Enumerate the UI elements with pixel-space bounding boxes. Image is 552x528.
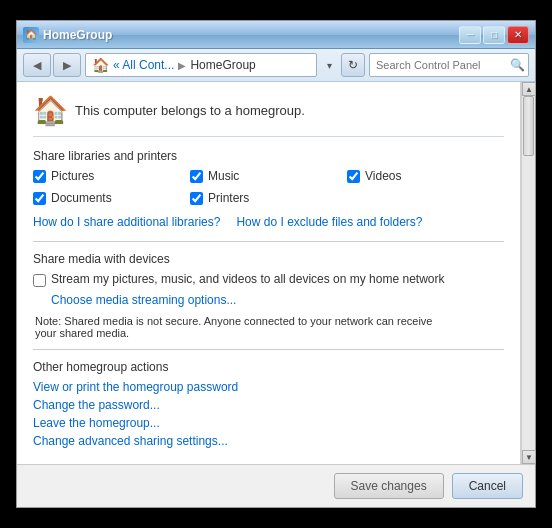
videos-checkbox[interactable] — [347, 170, 360, 183]
printers-checkbox[interactable] — [190, 192, 203, 205]
main-window: 🏠 HomeGroup ─ □ ✕ ◀ ▶ 🏠 « All Cont... ▶ … — [16, 20, 536, 508]
scroll-thumb[interactable] — [523, 96, 534, 156]
save-changes-button[interactable]: Save changes — [334, 473, 444, 499]
divider-1 — [33, 241, 504, 242]
window-icon: 🏠 — [23, 27, 39, 43]
main-content: 🏠 This computer belongs to a homegroup. … — [17, 82, 521, 464]
exclude-files-link[interactable]: How do I exclude files and folders? — [236, 215, 422, 229]
share-section-title: Share libraries and printers — [33, 149, 504, 163]
share-links: How do I share additional libraries? How… — [33, 215, 504, 229]
view-password-link[interactable]: View or print the homegroup password — [33, 380, 504, 394]
checkbox-pictures: Pictures — [33, 169, 190, 183]
media-streaming-link[interactable]: Choose media streaming options... — [51, 293, 236, 307]
share-section: Share libraries and printers Pictures Mu… — [33, 149, 504, 229]
back-button[interactable]: ◀ — [23, 53, 51, 77]
search-wrapper: 🔍 — [369, 53, 529, 77]
media-note: Note: Shared media is not secure. Anyone… — [33, 315, 504, 339]
breadcrumb-all-control-panel[interactable]: « All Cont... — [113, 58, 174, 72]
breadcrumb-bar: 🏠 « All Cont... ▶ HomeGroup — [85, 53, 317, 77]
leave-homegroup-link[interactable]: Leave the homegroup... — [33, 416, 504, 430]
homegroup-icon: 🏠 — [33, 94, 65, 126]
documents-checkbox[interactable] — [33, 192, 46, 205]
stream-label: Stream my pictures, music, and videos to… — [51, 272, 445, 286]
search-icon: 🔍 — [510, 58, 525, 72]
documents-label: Documents — [51, 191, 112, 205]
header-section: 🏠 This computer belongs to a homegroup. — [33, 94, 504, 137]
scroll-up-button[interactable]: ▲ — [522, 82, 536, 96]
scrollbar[interactable]: ▲ ▼ — [521, 82, 535, 464]
actions-section-title: Other homegroup actions — [33, 360, 504, 374]
breadcrumb-dropdown[interactable]: ▾ — [321, 53, 337, 77]
refresh-button[interactable]: ↻ — [341, 53, 365, 77]
change-password-link[interactable]: Change the password... — [33, 398, 504, 412]
title-buttons: ─ □ ✕ — [459, 26, 529, 44]
pictures-checkbox[interactable] — [33, 170, 46, 183]
forward-button[interactable]: ▶ — [53, 53, 81, 77]
actions-list: View or print the homegroup password Cha… — [33, 380, 504, 448]
refresh-icon: ↻ — [348, 58, 358, 72]
title-bar: 🏠 HomeGroup ─ □ ✕ — [17, 21, 535, 49]
media-section-title: Share media with devices — [33, 252, 504, 266]
close-button[interactable]: ✕ — [507, 26, 529, 44]
checkbox-videos: Videos — [347, 169, 504, 183]
scroll-down-button[interactable]: ▼ — [522, 450, 536, 464]
breadcrumb-icon: 🏠 — [92, 57, 109, 73]
header-text: This computer belongs to a homegroup. — [75, 103, 305, 118]
pictures-label: Pictures — [51, 169, 94, 183]
stream-options-link-wrapper: Choose media streaming options... — [33, 293, 504, 307]
checkbox-music: Music — [190, 169, 347, 183]
footer: Save changes Cancel — [17, 464, 535, 507]
window-title: HomeGroup — [43, 28, 112, 42]
media-section: Share media with devices Stream my pictu… — [33, 252, 504, 339]
videos-label: Videos — [365, 169, 401, 183]
back-icon: ◀ — [33, 59, 41, 72]
maximize-button[interactable]: □ — [483, 26, 505, 44]
cancel-button[interactable]: Cancel — [452, 473, 523, 499]
music-checkbox[interactable] — [190, 170, 203, 183]
content-area: 🏠 This computer belongs to a homegroup. … — [17, 82, 535, 464]
note-line1: Note: Shared media is not secure. Anyone… — [35, 315, 432, 327]
minimize-button[interactable]: ─ — [459, 26, 481, 44]
checkbox-grid: Pictures Music Videos Documents — [33, 169, 504, 205]
checkbox-printers: Printers — [190, 191, 347, 205]
forward-icon: ▶ — [63, 59, 71, 72]
scroll-track[interactable] — [522, 96, 535, 450]
advanced-sharing-link[interactable]: Change advanced sharing settings... — [33, 434, 504, 448]
checkbox-documents: Documents — [33, 191, 190, 205]
music-label: Music — [208, 169, 239, 183]
actions-section: Other homegroup actions View or print th… — [33, 360, 504, 448]
title-bar-left: 🏠 HomeGroup — [23, 27, 112, 43]
printers-label: Printers — [208, 191, 249, 205]
share-additional-libraries-link[interactable]: How do I share additional libraries? — [33, 215, 220, 229]
divider-2 — [33, 349, 504, 350]
stream-checkbox[interactable] — [33, 274, 46, 287]
nav-buttons: ◀ ▶ — [23, 53, 81, 77]
stream-row: Stream my pictures, music, and videos to… — [33, 272, 504, 287]
breadcrumb-homegroup: HomeGroup — [190, 58, 255, 72]
toolbar: ◀ ▶ 🏠 « All Cont... ▶ HomeGroup ▾ ↻ 🔍 — [17, 49, 535, 82]
search-input[interactable] — [369, 53, 529, 77]
breadcrumb-separator: ▶ — [178, 60, 186, 71]
note-line2: your shared media. — [35, 327, 129, 339]
